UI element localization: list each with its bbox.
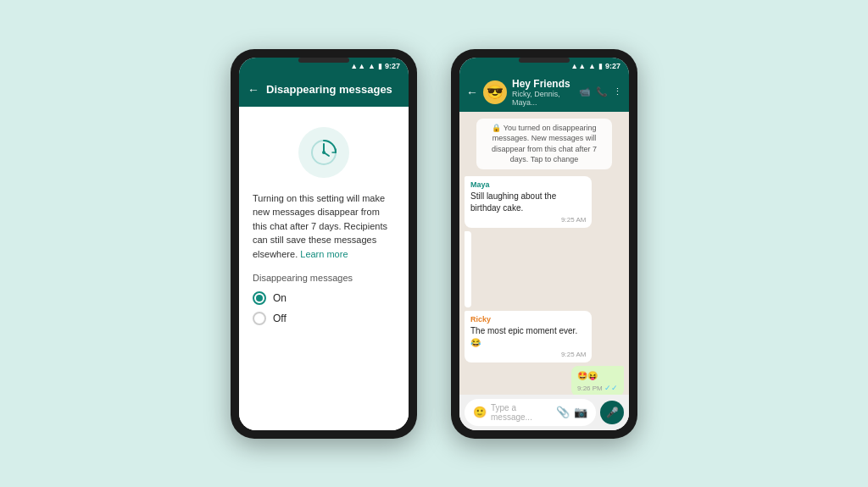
- attachment-icon[interactable]: 📎: [556, 406, 570, 418]
- message-sender-ricky: Ricky: [470, 315, 586, 324]
- message-time-2: 9:25 AM: [470, 351, 586, 358]
- video-call-icon[interactable]: 📹: [579, 86, 591, 97]
- battery-icon-1: ▮: [378, 62, 382, 70]
- battery-icon-2: ▮: [598, 62, 603, 70]
- wifi-icon-2: ▲: [588, 62, 596, 70]
- timer-icon-wrap: [253, 127, 395, 178]
- back-button-1[interactable]: ←: [248, 83, 259, 97]
- message-text-birthday: Still laughing about the birthday cake.: [470, 191, 586, 214]
- message-text-emoji: 🤩😝: [577, 370, 618, 382]
- back-button-2[interactable]: ←: [466, 86, 478, 99]
- chat-header-info: Hey Friends Ricky, Dennis, Maya...: [512, 78, 574, 107]
- radio-on-label: On: [273, 292, 287, 304]
- radio-on-option[interactable]: On: [253, 291, 395, 305]
- radio-on-inner: [256, 295, 263, 302]
- chat-input-bar: 🙂 Type a message... 📎 📷 🎤: [459, 395, 629, 430]
- read-check-icon: ✓✓: [604, 384, 618, 392]
- chat-group-members: Ricky, Dennis, Maya...: [512, 90, 574, 107]
- camera-icon[interactable]: 📷: [574, 406, 587, 418]
- message-maya-text: Maya Still laughing about the birthday c…: [465, 176, 592, 228]
- settings-section-label: Disappearing messages: [253, 273, 395, 283]
- message-time-3: 9:26 PM ✓✓: [577, 384, 618, 392]
- settings-content: Turning on this setting will make new me…: [239, 107, 409, 430]
- clock-2: 9:27: [605, 62, 620, 70]
- settings-title: Disappearing messages: [266, 83, 392, 96]
- radio-on-outer: [253, 291, 266, 305]
- phone-2: ▲▲ ▲ ▮ 9:27 ← 😎 Hey Friends Ricky, Denni…: [451, 49, 637, 439]
- voice-call-icon[interactable]: 📞: [596, 86, 608, 97]
- radio-off-label: Off: [273, 313, 287, 324]
- chat-body: 🔒 You turned on disappearing messages. N…: [459, 112, 629, 395]
- message-ricky-text: Ricky The most epic moment ever.😂 9:25 A…: [465, 311, 592, 362]
- message-time-1: 9:25 AM: [470, 216, 586, 224]
- mic-button[interactable]: 🎤: [600, 401, 624, 424]
- learn-more-link[interactable]: Learn more: [300, 249, 348, 259]
- wifi-icon-1: ▲: [368, 62, 376, 70]
- message-text-epic: The most epic moment ever.😂: [470, 325, 586, 349]
- timer-svg-icon: [309, 137, 339, 168]
- emoji-button[interactable]: 🙂: [473, 406, 487, 418]
- svg-point-1: [322, 151, 326, 154]
- message-sender-maya: Maya: [470, 180, 586, 189]
- settings-header: ← Disappearing messages: [239, 73, 409, 107]
- more-options-icon[interactable]: ⋮: [613, 86, 622, 97]
- chat-avatar: 😎: [483, 80, 507, 104]
- phone-notch-2: [519, 58, 570, 63]
- chat-header: ← 😎 Hey Friends Ricky, Dennis, Maya... 📹…: [459, 73, 629, 112]
- chat-input[interactable]: Type a message...: [491, 403, 552, 422]
- message-outgoing-emoji: 🤩😝 9:26 PM ✓✓: [571, 366, 624, 395]
- chat-header-icons: 📹 📞 ⋮: [579, 86, 622, 97]
- chat-input-wrap[interactable]: 🙂 Type a message... 📎 📷: [465, 399, 596, 426]
- phone-notch-1: [298, 58, 349, 63]
- chat-group-name: Hey Friends: [512, 78, 574, 90]
- radio-off-option[interactable]: Off: [253, 312, 395, 325]
- settings-description: Turning on this setting will make new me…: [253, 191, 395, 262]
- signal-icon-2: ▲▲: [570, 62, 586, 70]
- radio-off-outer: [253, 312, 266, 325]
- clock-1: 9:27: [385, 62, 400, 70]
- timer-circle: [298, 127, 349, 178]
- message-cake-image[interactable]: 9:25: [465, 231, 471, 307]
- signal-icon-1: ▲▲: [350, 62, 365, 70]
- system-message[interactable]: 🔒 You turned on disappearing messages. N…: [476, 119, 612, 169]
- phone-1: ▲▲ ▲ ▮ 9:27 ← Disappearing messages: [231, 49, 417, 439]
